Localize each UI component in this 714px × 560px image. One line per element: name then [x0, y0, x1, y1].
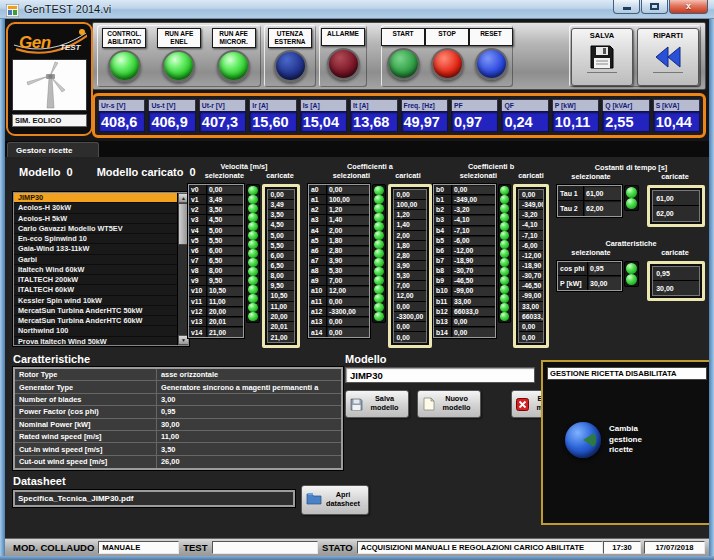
- g-b-row-value[interactable]: 66033,0: [452, 307, 495, 316]
- g-b-row-value[interactable]: 0,00: [452, 327, 495, 337]
- indicator-allarme-lamp[interactable]: [327, 48, 360, 80]
- model-list-item[interactable]: Aeolos-H 30kW: [14, 203, 188, 213]
- close-button[interactable]: x: [669, 0, 708, 14]
- model-list-item[interactable]: MercatSun Turbina AnderHTC 50kW: [14, 306, 188, 316]
- g-b-row-value[interactable]: 0,00: [452, 317, 495, 326]
- g-v-row-value[interactable]: 8,00: [207, 266, 243, 275]
- g-a-row-value[interactable]: 7,00: [327, 276, 369, 285]
- model-list-item[interactable]: Aeolos-H 5kW: [14, 214, 188, 224]
- model-list-item[interactable]: Carlo Gavazzi Modello WT5EV: [14, 224, 188, 234]
- g-v-row-value[interactable]: 4,50: [207, 215, 243, 224]
- green-led-icon: [248, 312, 258, 321]
- model-list-item[interactable]: Italtech Wind 60kW: [14, 265, 188, 275]
- cambia-gestione-button[interactable]: [565, 422, 601, 458]
- g-a-row-value[interactable]: -3300,00: [327, 307, 369, 316]
- g-b-row-label: b11: [434, 297, 452, 306]
- tab-gestore-ricette[interactable]: Gestore ricette: [7, 142, 99, 157]
- riparti-button[interactable]: RIPARTI: [637, 28, 699, 86]
- indicator-control-abilitato-lamp[interactable]: [108, 50, 141, 82]
- g-a-row-value[interactable]: 0,00: [327, 297, 369, 306]
- g-a-row-value[interactable]: 1,40: [327, 215, 369, 224]
- g-b-row-value[interactable]: -7,10: [452, 226, 495, 235]
- g-b-row-value[interactable]: -3,20: [452, 205, 495, 214]
- g-v-row-value[interactable]: 21,00: [207, 327, 243, 337]
- g-a-row-value[interactable]: 1,80: [327, 236, 369, 245]
- model-list-item[interactable]: En-eco Spinwind 10: [14, 234, 188, 244]
- g-a-row-value[interactable]: 0,00: [327, 327, 369, 337]
- g-b-row-value[interactable]: -12,00: [452, 246, 495, 255]
- datasheet-path-field[interactable]: Specifica_Tecnica_JIMP30.pdf: [13, 490, 295, 507]
- g-v-row-value[interactable]: 20,01: [207, 317, 243, 326]
- g-b-loaded-value: -4,10: [519, 220, 543, 230]
- g-a-row-value[interactable]: 0,00: [327, 317, 369, 326]
- list-scrollbar[interactable]: ▲▼: [177, 193, 188, 345]
- g-b-row-value[interactable]: -6,00: [452, 236, 495, 245]
- g-tau-row-value[interactable]: 62,00: [584, 201, 621, 216]
- model-list-item[interactable]: Kessler Spin wind 10kW: [14, 296, 188, 306]
- model-list-item[interactable]: MercatSun Turbina AnderHTC 60kW: [14, 316, 188, 326]
- g-a-row-value[interactable]: 0,00: [327, 185, 369, 194]
- salva-modello-button[interactable]: Salva modello: [345, 390, 409, 418]
- reset-button: RESET: [469, 28, 513, 80]
- g-b-row-value[interactable]: -18,90: [452, 256, 495, 265]
- g-b-row-value[interactable]: -30,70: [452, 266, 495, 275]
- minimize-button[interactable]: [613, 0, 640, 14]
- reset-button-lamp[interactable]: [475, 48, 508, 80]
- g-b-row-value[interactable]: 0,00: [452, 185, 495, 194]
- g-a-row-value[interactable]: 2,80: [327, 246, 369, 255]
- g-b-row-value[interactable]: -99,00: [452, 286, 495, 295]
- salva-button[interactable]: SALVA: [571, 28, 633, 86]
- floppy-icon: [587, 43, 617, 73]
- indicator-run-afe-enel-lamp[interactable]: [162, 50, 195, 82]
- g-v-row-value[interactable]: 9,50: [207, 276, 243, 285]
- g-b-row-value[interactable]: -349,00: [452, 195, 495, 204]
- g-b-loaded-value: -18,90: [519, 261, 543, 271]
- g-b-row-value[interactable]: 33,00: [452, 297, 495, 306]
- model-list-item[interactable]: Garbi: [14, 255, 188, 265]
- g-v-row-value[interactable]: 3,50: [207, 205, 243, 214]
- start-button-lamp[interactable]: [387, 48, 420, 80]
- g-a-row-value[interactable]: 1,20: [327, 205, 369, 214]
- g-v-row-label: v1: [189, 195, 207, 204]
- model-list-item[interactable]: Northwind 100: [14, 326, 188, 336]
- sim-eolico-field[interactable]: SIM. EOLICO: [12, 114, 87, 127]
- g-b-row-value[interactable]: -4,10: [452, 215, 495, 224]
- nuovo-modello-button[interactable]: Nuovo modello: [417, 390, 481, 418]
- g-v-row-value[interactable]: 0,00: [207, 185, 243, 194]
- g-v-row-value[interactable]: 3,49: [207, 195, 243, 204]
- g-a-row-value[interactable]: 2,00: [327, 226, 369, 235]
- modello-name-field[interactable]: JIMP30: [345, 367, 535, 383]
- g-b-row-value[interactable]: -46,50: [452, 276, 495, 285]
- stop-button-lamp[interactable]: [431, 48, 464, 80]
- g-a-row-value[interactable]: 5,30: [327, 266, 369, 275]
- g-a-row-value[interactable]: 3,90: [327, 256, 369, 265]
- model-listbox[interactable]: JIMP30Aeolos-H 30kWAeolos-H 5kWCarlo Gav…: [13, 192, 189, 346]
- g-a-loaded-value: 0,00: [394, 322, 426, 332]
- model-list-item[interactable]: ITALTECH 60kW: [14, 285, 188, 295]
- g-a-row-value[interactable]: 12,00: [327, 286, 369, 295]
- g-v-row: v88,00: [189, 266, 243, 276]
- g-v-loaded-value: 0,00: [268, 190, 294, 200]
- model-list-item[interactable]: Prova Italtech Wind 50kW: [14, 337, 188, 347]
- g-v-row-value[interactable]: 5,00: [207, 226, 243, 235]
- g-chm-row-value[interactable]: 30,00: [588, 276, 621, 290]
- mod-collaudo-field[interactable]: MANUALE: [98, 541, 179, 554]
- g-v-row-value[interactable]: 5,50: [207, 236, 243, 245]
- g-tau-row-value[interactable]: 61,00: [584, 186, 621, 200]
- g-v-row-value[interactable]: 11,00: [207, 297, 243, 306]
- indicator-utenza-esterna-lamp[interactable]: [274, 50, 307, 82]
- model-list-item[interactable]: ITALTECH 200kW: [14, 275, 188, 285]
- g-b-loaded-value: 33,00: [519, 302, 543, 312]
- test-field[interactable]: [212, 541, 319, 554]
- g-a-row-value[interactable]: 100,00: [327, 195, 369, 204]
- apri-datasheet-button[interactable]: Apri datasheet: [301, 485, 369, 515]
- model-list-item[interactable]: Gaia-Wind 133-11kW: [14, 244, 188, 254]
- indicator-run-afe-micror-lamp[interactable]: [217, 50, 250, 82]
- g-v-row-value[interactable]: 6,00: [207, 246, 243, 255]
- g-v-row-value[interactable]: 6,50: [207, 256, 243, 265]
- g-chm-row-value[interactable]: 0,95: [588, 262, 621, 275]
- model-list-item[interactable]: JIMP30: [14, 193, 188, 203]
- g-v-row-value[interactable]: 10,50: [207, 286, 243, 295]
- g-v-row-value[interactable]: 20,00: [207, 307, 243, 316]
- maximize-button[interactable]: [641, 0, 668, 14]
